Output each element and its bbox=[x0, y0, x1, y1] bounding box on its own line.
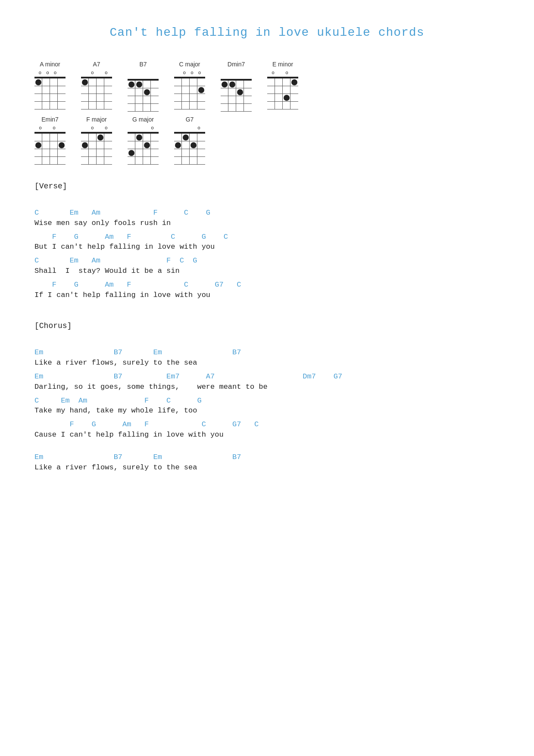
chord-diagram-gmajor: G major o bbox=[128, 116, 159, 165]
verse-chord-3: C Em Am F C G bbox=[34, 256, 500, 266]
chord-diagram-fmajor: F major o o bbox=[81, 116, 112, 165]
chorus-chord-5: Em B7 Em B7 bbox=[34, 452, 500, 462]
chorus-line-3: C Em Am F C G Take my hand, take my whol… bbox=[34, 396, 500, 416]
chord-diagram-eminor: E minor o o bbox=[267, 61, 298, 109]
chorus-header: [Chorus] bbox=[34, 322, 500, 330]
chorus-chord-1: Em B7 Em B7 bbox=[34, 347, 500, 358]
chorus-line-2: Em B7 Em7 A7 Dm7 G7 Darling, so it goes,… bbox=[34, 372, 500, 392]
chorus-line-5: Em B7 Em B7 Like a river flows, surely t… bbox=[34, 452, 500, 473]
chorus-chord-3: C Em Am F C G bbox=[34, 396, 500, 406]
verse-header: [Verse] bbox=[34, 182, 500, 191]
chorus-lyric-5: Like a river flows, surely to the sea bbox=[34, 462, 500, 473]
chorus-lyric-4: Cause I can't help falling in love with … bbox=[34, 430, 500, 440]
chord-diagram-b7: B7 bbox=[128, 61, 159, 112]
verse-line-1: C Em Am F C G Wise men say only fools ru… bbox=[34, 208, 500, 228]
chord-diagram-dmin7: Dmin7 bbox=[221, 61, 252, 112]
chord-diagram-g7: G7 o bbox=[174, 116, 205, 165]
chorus-line-1: Em B7 Em B7 Like a river flows, surely t… bbox=[34, 347, 500, 368]
chord-diagram-a7: A7 o o bbox=[81, 61, 112, 109]
chorus-lyric-2: Darling, so it goes, some things, were m… bbox=[34, 382, 500, 392]
chorus-chord-4: F G Am F C G7 C bbox=[34, 419, 500, 430]
verse-chord-4: F G Am F C G7 C bbox=[34, 280, 500, 290]
verse-chord-1: C Em Am F C G bbox=[34, 208, 500, 218]
page-title: Can't help falling in love ukulele chord… bbox=[34, 26, 500, 39]
chorus-lyric-3: Take my hand, take my whole life, too bbox=[34, 406, 500, 416]
verse-lyric-4: If I can't help falling in love with you bbox=[34, 290, 500, 300]
chord-diagram-cmajor: C major o o o bbox=[174, 61, 205, 109]
verse-line-2: F G Am F C G C But I can't help falling … bbox=[34, 232, 500, 253]
chorus-line-4: F G Am F C G7 C Cause I can't help falli… bbox=[34, 419, 500, 440]
verse-line-4: F G Am F C G7 C If I can't help falling … bbox=[34, 280, 500, 300]
chorus-lyric-1: Like a river flows, surely to the sea bbox=[34, 358, 500, 368]
verse-chord-2: F G Am F C G C bbox=[34, 232, 500, 242]
chorus-chord-2: Em B7 Em7 A7 Dm7 G7 bbox=[34, 372, 500, 382]
verse-lyric-2: But I can't help falling in love with yo… bbox=[34, 242, 500, 252]
chord-diagram-aminor: A minor o o o bbox=[34, 61, 66, 109]
verse-section: [Verse] C Em Am F C G Wise men say only … bbox=[34, 182, 500, 300]
verse-lyric-3: Shall I stay? Would it be a sin bbox=[34, 266, 500, 276]
verse-line-3: C Em Am F C G Shall I stay? Would it be … bbox=[34, 256, 500, 276]
verse-lyric-1: Wise men say only fools rush in bbox=[34, 218, 500, 228]
chord-diagram-emin7: Emin7 o o bbox=[34, 116, 66, 165]
chorus-section: [Chorus] Em B7 Em B7 Like a river flows,… bbox=[34, 322, 500, 472]
